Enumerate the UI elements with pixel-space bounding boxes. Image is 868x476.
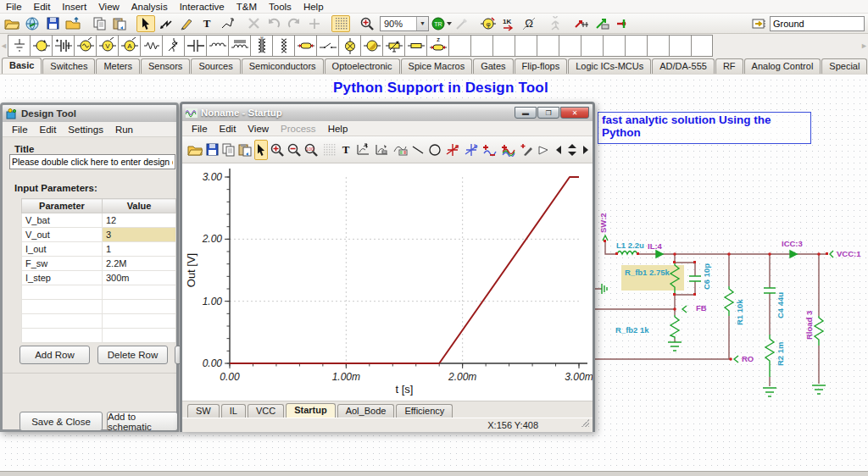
menu-tools[interactable]: Tools bbox=[263, 2, 298, 12]
select-cursor-button[interactable] bbox=[136, 15, 155, 32]
plot-window-titlebar[interactable]: Noname - Startup ▬ ❒ ✕ bbox=[182, 104, 593, 121]
impedance-component-button[interactable]: Z bbox=[426, 35, 448, 57]
text-tool-button[interactable]: T bbox=[198, 15, 216, 32]
menu-settings[interactable]: Settings bbox=[62, 125, 109, 135]
zoom-in-button[interactable] bbox=[358, 15, 376, 32]
label-vcc1[interactable]: VCC:1 bbox=[837, 249, 861, 258]
label-icc3[interactable]: ICC:3 bbox=[782, 239, 803, 248]
globe-button[interactable] bbox=[23, 15, 42, 32]
label-sw2[interactable]: SW:2 bbox=[598, 213, 608, 233]
tab-sources[interactable]: Sources bbox=[191, 58, 240, 74]
component-search-input[interactable] bbox=[770, 16, 865, 31]
potentiometer-component-button[interactable] bbox=[162, 35, 184, 57]
close-button[interactable]: ✕ bbox=[560, 107, 589, 119]
legend-button[interactable] bbox=[392, 140, 409, 160]
label-r2[interactable]: R2 1m bbox=[776, 341, 785, 366]
menu-edit[interactable]: Edit bbox=[28, 2, 57, 12]
voltage-source-component-button[interactable] bbox=[30, 35, 52, 57]
add-row-button[interactable]: Add Row bbox=[19, 346, 90, 364]
transformer-component-button[interactable]: M bbox=[250, 35, 272, 57]
cursor-b-button[interactable]: b bbox=[463, 140, 480, 160]
wire-tool-button[interactable] bbox=[157, 15, 175, 32]
paste-button[interactable] bbox=[110, 15, 129, 32]
tab-logic-ics-mcus[interactable]: Logic ICs-MCUs bbox=[568, 58, 651, 74]
open-button[interactable] bbox=[3, 15, 21, 32]
save-close-button[interactable]: Save & Close bbox=[19, 412, 103, 431]
line-tool-button[interactable] bbox=[410, 140, 426, 160]
table-row-empty[interactable] bbox=[22, 329, 176, 343]
open-button[interactable] bbox=[186, 140, 203, 160]
select-cursor-button[interactable] bbox=[254, 140, 268, 160]
design-title-input[interactable] bbox=[9, 154, 175, 169]
tab-rf[interactable]: RF bbox=[715, 58, 743, 74]
delete-row-button[interactable]: Delete Row bbox=[97, 346, 168, 364]
schematic-group[interactable]: SW:2 L1 2.2u IL:4 R_fb1 2.75k C6 10p FB … bbox=[593, 210, 868, 407]
axis-tool2-button[interactable] bbox=[373, 140, 390, 160]
param-cell[interactable]: I_out bbox=[22, 242, 103, 257]
tab-optoelectronic[interactable]: Optoelectronic bbox=[325, 58, 400, 74]
copy-button[interactable] bbox=[90, 15, 108, 32]
menu-view[interactable]: View bbox=[242, 124, 275, 134]
fuse-component-button[interactable] bbox=[294, 35, 316, 57]
label-ro[interactable]: RO bbox=[742, 354, 754, 363]
plot-tab-sw[interactable]: SW bbox=[187, 404, 220, 418]
tab-spice-macros[interactable]: Spice Macros bbox=[401, 58, 473, 74]
cursor-a-button[interactable]: a bbox=[444, 140, 461, 160]
nav-left-button[interactable] bbox=[553, 140, 565, 160]
trimmer-component-button[interactable] bbox=[382, 35, 404, 57]
save-button[interactable] bbox=[43, 15, 62, 32]
tab-analog-control[interactable]: Analog Control bbox=[744, 58, 821, 74]
label-c4[interactable]: C4 44u bbox=[776, 292, 785, 318]
zoom-level-select[interactable]: 90% ▼ bbox=[380, 16, 429, 31]
tab-semiconductors[interactable]: Semiconductors bbox=[242, 58, 324, 74]
macro-button[interactable] bbox=[750, 15, 769, 32]
text-tool-button[interactable]: T bbox=[339, 140, 353, 160]
tab-flip-flops[interactable]: Flip-flops bbox=[515, 58, 568, 74]
ohmmeter-button[interactable]: Ω bbox=[520, 15, 538, 32]
palette-scroll-right[interactable]: ► bbox=[860, 35, 868, 57]
palette-scroll-left[interactable]: ◄ bbox=[0, 35, 8, 57]
param-cell[interactable]: F_sw bbox=[22, 257, 103, 271]
menu-file[interactable]: File bbox=[0, 2, 28, 12]
label-rfb2[interactable]: R_fb2 1k bbox=[615, 325, 649, 335]
voltmeter-component-button[interactable]: V bbox=[96, 35, 118, 57]
zoom-out-button[interactable] bbox=[287, 140, 302, 160]
menu-file[interactable]: File bbox=[6, 125, 34, 135]
zoom-in-button[interactable] bbox=[270, 140, 285, 160]
rotate-part-button[interactable] bbox=[593, 15, 611, 32]
table-row-empty[interactable] bbox=[22, 285, 176, 300]
label-fb[interactable]: FB bbox=[696, 303, 707, 313]
motor-component-button[interactable] bbox=[360, 35, 382, 57]
param-cell[interactable]: V_bat bbox=[22, 213, 103, 228]
plot-area[interactable]: 0.001.00m2.00m3.00m0.001.002.003.00t [s]… bbox=[182, 163, 593, 401]
add-to-schematic-button[interactable]: Add to schematic bbox=[107, 412, 178, 431]
menu-help[interactable]: Help bbox=[298, 2, 330, 12]
tab-special[interactable]: Special bbox=[821, 58, 867, 74]
minimize-button[interactable]: ▬ bbox=[515, 107, 537, 119]
param-cell[interactable]: I_step bbox=[22, 271, 103, 285]
value-cell[interactable]: 12 bbox=[103, 213, 176, 228]
plug-button[interactable] bbox=[613, 15, 632, 32]
label-r1[interactable]: R1 10k bbox=[735, 299, 744, 325]
marker-flag-button[interactable] bbox=[536, 140, 551, 160]
inductor-core-component-button[interactable] bbox=[228, 35, 250, 57]
label-il4[interactable]: IL:4 bbox=[648, 241, 662, 251]
voltage-generator-component-button[interactable] bbox=[74, 35, 96, 57]
plot-tab-il[interactable]: IL bbox=[221, 404, 246, 418]
value-cell[interactable]: 1 bbox=[103, 242, 176, 257]
battery-component-button[interactable] bbox=[52, 35, 74, 57]
menu-edit[interactable]: Edit bbox=[214, 124, 242, 134]
coupled-inductors-component-button[interactable] bbox=[272, 35, 294, 57]
tab-switches[interactable]: Switches bbox=[42, 58, 95, 74]
label-rfb1[interactable]: R_fb1 2.75k bbox=[625, 268, 670, 277]
annotation-box[interactable]: fast analytic solution Using the Python bbox=[598, 112, 811, 144]
label-c6[interactable]: C6 10p bbox=[702, 263, 711, 290]
menu-run[interactable]: Run bbox=[109, 125, 139, 135]
nav-right-button[interactable] bbox=[580, 140, 592, 160]
pencil-button[interactable] bbox=[177, 15, 196, 32]
maximize-button[interactable]: ❒ bbox=[537, 107, 559, 119]
zoom-100-button[interactable]: 100 bbox=[303, 140, 320, 160]
column-header[interactable]: Value bbox=[103, 199, 176, 213]
menu-edit[interactable]: Edit bbox=[34, 125, 63, 135]
tab-meters[interactable]: Meters bbox=[96, 58, 140, 74]
